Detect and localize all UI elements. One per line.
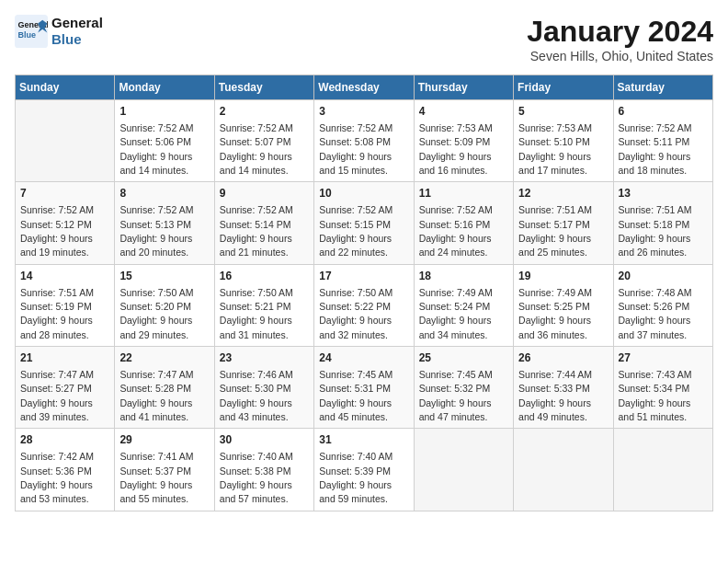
day-number: 6 [619, 104, 708, 120]
calendar-cell: 31 Sunrise: 7:40 AMSunset: 5:39 PMDaylig… [314, 429, 414, 511]
day-number: 29 [119, 432, 209, 448]
day-info: Sunrise: 7:50 AMSunset: 5:21 PMDaylight:… [220, 287, 293, 340]
calendar-cell [16, 100, 115, 182]
calendar-cell: 5 Sunrise: 7:53 AMSunset: 5:10 PMDayligh… [514, 100, 613, 182]
calendar-title: January 2024 [527, 15, 713, 49]
day-info: Sunrise: 7:50 AMSunset: 5:20 PMDaylight:… [119, 287, 193, 340]
day-info: Sunrise: 7:52 AMSunset: 5:12 PMDaylight:… [20, 204, 94, 258]
calendar-cell [414, 429, 513, 511]
calendar-cell: 16 Sunrise: 7:50 AMSunset: 5:21 PMDaylig… [214, 264, 313, 346]
day-number: 1 [119, 104, 209, 120]
calendar-cell [514, 429, 613, 511]
day-number: 13 [619, 186, 708, 201]
day-info: Sunrise: 7:40 AMSunset: 5:39 PMDaylight:… [319, 451, 392, 504]
calendar-cell: 17 Sunrise: 7:50 AMSunset: 5:22 PMDaylig… [314, 264, 414, 346]
day-number: 18 [419, 269, 508, 284]
day-info: Sunrise: 7:46 AMSunset: 5:30 PMDaylight:… [220, 369, 293, 422]
header-saturday: Saturday [613, 75, 712, 100]
day-number: 3 [319, 104, 408, 120]
day-number: 21 [20, 350, 109, 366]
day-number: 16 [220, 269, 309, 284]
calendar-cell: 19 Sunrise: 7:49 AMSunset: 5:25 PMDaylig… [514, 264, 613, 346]
calendar-cell: 26 Sunrise: 7:44 AMSunset: 5:33 PMDaylig… [514, 347, 613, 429]
calendar-cell: 2 Sunrise: 7:52 AMSunset: 5:07 PMDayligh… [214, 100, 313, 182]
day-number: 31 [319, 432, 408, 448]
calendar-cell: 9 Sunrise: 7:52 AMSunset: 5:14 PMDayligh… [214, 182, 313, 264]
page-header: General Blue General Blue January 2024 S… [15, 15, 713, 63]
calendar-week-4: 21 Sunrise: 7:47 AMSunset: 5:27 PMDaylig… [16, 347, 713, 429]
header-thursday: Thursday [414, 75, 513, 100]
calendar-week-5: 28 Sunrise: 7:42 AMSunset: 5:36 PMDaylig… [16, 429, 713, 511]
calendar-cell: 24 Sunrise: 7:45 AMSunset: 5:31 PMDaylig… [314, 347, 414, 429]
calendar-cell: 28 Sunrise: 7:42 AMSunset: 5:36 PMDaylig… [16, 429, 115, 511]
header-wednesday: Wednesday [314, 75, 414, 100]
day-number: 10 [319, 186, 408, 201]
day-number: 2 [220, 104, 309, 120]
day-info: Sunrise: 7:45 AMSunset: 5:32 PMDaylight:… [419, 369, 493, 422]
logo-text-blue: Blue [51, 31, 103, 48]
logo-icon: General Blue [15, 15, 48, 48]
day-info: Sunrise: 7:52 AMSunset: 5:07 PMDaylight:… [220, 122, 293, 176]
calendar-cell: 7 Sunrise: 7:52 AMSunset: 5:12 PMDayligh… [16, 182, 115, 264]
day-info: Sunrise: 7:40 AMSunset: 5:38 PMDaylight:… [220, 451, 293, 504]
day-info: Sunrise: 7:41 AMSunset: 5:37 PMDaylight:… [119, 451, 193, 504]
calendar-cell: 10 Sunrise: 7:52 AMSunset: 5:15 PMDaylig… [314, 182, 414, 264]
day-number: 22 [119, 350, 209, 366]
day-info: Sunrise: 7:52 AMSunset: 5:08 PMDaylight:… [319, 122, 392, 176]
day-number: 27 [619, 350, 708, 366]
day-info: Sunrise: 7:42 AMSunset: 5:36 PMDaylight:… [20, 451, 94, 504]
day-number: 9 [220, 186, 309, 201]
calendar-header: Sunday Monday Tuesday Wednesday Thursday… [16, 75, 713, 100]
calendar-cell: 4 Sunrise: 7:53 AMSunset: 5:09 PMDayligh… [414, 100, 513, 182]
calendar-cell: 13 Sunrise: 7:51 AMSunset: 5:18 PMDaylig… [613, 182, 712, 264]
day-info: Sunrise: 7:52 AMSunset: 5:13 PMDaylight:… [119, 204, 193, 258]
calendar-cell: 20 Sunrise: 7:48 AMSunset: 5:26 PMDaylig… [613, 264, 712, 346]
day-number: 24 [319, 350, 408, 366]
day-info: Sunrise: 7:50 AMSunset: 5:22 PMDaylight:… [319, 287, 392, 340]
day-number: 12 [518, 186, 608, 201]
day-number: 23 [220, 350, 309, 366]
day-number: 17 [319, 269, 408, 284]
day-number: 11 [419, 186, 508, 201]
calendar-cell: 11 Sunrise: 7:52 AMSunset: 5:16 PMDaylig… [414, 182, 513, 264]
day-info: Sunrise: 7:47 AMSunset: 5:28 PMDaylight:… [119, 369, 193, 422]
day-info: Sunrise: 7:52 AMSunset: 5:15 PMDaylight:… [319, 204, 392, 258]
day-number: 8 [119, 186, 209, 201]
title-block: January 2024 Seven Hills, Ohio, United S… [527, 15, 713, 63]
day-info: Sunrise: 7:43 AMSunset: 5:34 PMDaylight:… [619, 369, 692, 422]
day-info: Sunrise: 7:47 AMSunset: 5:27 PMDaylight:… [20, 369, 94, 422]
calendar-table: Sunday Monday Tuesday Wednesday Thursday… [15, 75, 713, 511]
calendar-cell: 8 Sunrise: 7:52 AMSunset: 5:13 PMDayligh… [115, 182, 214, 264]
calendar-week-2: 7 Sunrise: 7:52 AMSunset: 5:12 PMDayligh… [16, 182, 713, 264]
calendar-body: 1 Sunrise: 7:52 AMSunset: 5:06 PMDayligh… [16, 100, 713, 511]
day-info: Sunrise: 7:52 AMSunset: 5:14 PMDaylight:… [220, 204, 293, 258]
header-monday: Monday [115, 75, 214, 100]
day-info: Sunrise: 7:51 AMSunset: 5:19 PMDaylight:… [20, 287, 94, 340]
day-info: Sunrise: 7:51 AMSunset: 5:17 PMDaylight:… [518, 204, 592, 258]
day-number: 30 [220, 432, 309, 448]
day-number: 25 [419, 350, 508, 366]
calendar-cell: 1 Sunrise: 7:52 AMSunset: 5:06 PMDayligh… [115, 100, 214, 182]
header-tuesday: Tuesday [214, 75, 313, 100]
day-number: 28 [20, 432, 109, 448]
day-number: 4 [419, 104, 508, 120]
calendar-subtitle: Seven Hills, Ohio, United States [527, 49, 713, 63]
calendar-week-3: 14 Sunrise: 7:51 AMSunset: 5:19 PMDaylig… [16, 264, 713, 346]
day-info: Sunrise: 7:52 AMSunset: 5:06 PMDaylight:… [119, 122, 193, 176]
logo: General Blue General Blue [15, 15, 103, 48]
calendar-week-1: 1 Sunrise: 7:52 AMSunset: 5:06 PMDayligh… [16, 100, 713, 182]
day-number: 15 [119, 269, 209, 284]
calendar-cell: 15 Sunrise: 7:50 AMSunset: 5:20 PMDaylig… [115, 264, 214, 346]
calendar-cell: 25 Sunrise: 7:45 AMSunset: 5:32 PMDaylig… [414, 347, 513, 429]
day-info: Sunrise: 7:45 AMSunset: 5:31 PMDaylight:… [319, 369, 392, 422]
day-number: 26 [518, 350, 608, 366]
calendar-cell: 12 Sunrise: 7:51 AMSunset: 5:17 PMDaylig… [514, 182, 613, 264]
svg-text:Blue: Blue [18, 30, 37, 40]
calendar-cell: 21 Sunrise: 7:47 AMSunset: 5:27 PMDaylig… [16, 347, 115, 429]
calendar-cell: 22 Sunrise: 7:47 AMSunset: 5:28 PMDaylig… [115, 347, 214, 429]
day-info: Sunrise: 7:53 AMSunset: 5:09 PMDaylight:… [419, 122, 493, 176]
calendar-cell: 30 Sunrise: 7:40 AMSunset: 5:38 PMDaylig… [214, 429, 313, 511]
header-friday: Friday [514, 75, 613, 100]
calendar-cell: 27 Sunrise: 7:43 AMSunset: 5:34 PMDaylig… [613, 347, 712, 429]
logo-text-general: General [51, 15, 103, 31]
